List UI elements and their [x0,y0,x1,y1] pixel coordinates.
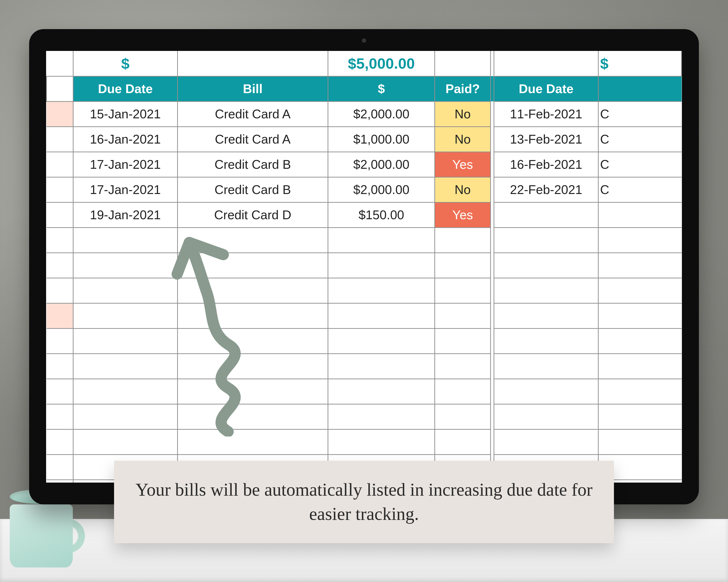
cell-empty[interactable] [328,227,435,253]
cell-paid[interactable]: No [435,101,491,127]
cell-amount[interactable]: $1,000.00 [328,127,435,152]
cell-empty[interactable] [435,278,491,303]
cell-empty[interactable] [328,278,435,303]
table-row[interactable] [47,303,682,328]
col-paid[interactable]: Paid? [435,76,491,101]
cell-empty[interactable] [178,278,328,303]
cell-due[interactable]: 17-Jan-2021 [73,152,178,177]
cell-empty[interactable] [178,404,328,429]
col-bill[interactable]: Bill [178,76,328,101]
table-row[interactable] [47,328,682,354]
cell-empty[interactable] [598,379,682,404]
cell-empty[interactable] [494,354,598,379]
cell-empty[interactable] [435,354,491,379]
bills-table[interactable]: $ $5,000.00 $ Due Date Bill $ Paid? Due … [46,51,682,482]
cell-paid[interactable]: Yes [435,202,491,227]
cell-empty[interactable] [598,227,682,253]
cell-bill-2[interactable]: C [598,177,682,202]
cell-bill[interactable]: Credit Card A [178,127,328,152]
table-row[interactable] [47,404,682,429]
cell-empty[interactable] [328,379,435,404]
cell-empty[interactable] [494,379,598,404]
cell-empty[interactable] [598,354,682,379]
cell-due[interactable]: 19-Jan-2021 [73,202,178,227]
cell-due-2[interactable]: 13-Feb-2021 [494,127,598,152]
col-due[interactable]: Due Date [73,76,178,101]
cell-due[interactable]: 16-Jan-2021 [73,127,178,152]
cell-empty[interactable] [178,354,328,379]
cell-empty[interactable] [494,303,598,328]
cell-empty[interactable] [178,253,328,278]
cell-empty[interactable] [73,278,178,303]
col-amount[interactable]: $ [328,76,435,101]
cell-empty[interactable] [178,227,328,253]
cell-empty[interactable] [598,328,682,354]
cell-due[interactable]: 15-Jan-2021 [73,101,178,127]
cell-bill[interactable]: Credit Card B [178,177,328,202]
table-row[interactable] [47,227,682,253]
cell-empty[interactable] [494,404,598,429]
table-row[interactable]: 19-Jan-2021Credit Card D$150.00Yes [47,202,682,227]
cell-paid[interactable]: No [435,177,491,202]
cell-amount[interactable]: $150.00 [328,202,435,227]
cell-due-2[interactable] [494,202,598,227]
cell-empty[interactable] [328,303,435,328]
table-row[interactable]: 15-Jan-2021Credit Card A$2,000.00No11-Fe… [47,101,682,127]
cell-amount[interactable]: $2,000.00 [328,177,435,202]
cell-empty[interactable] [328,253,435,278]
table-row[interactable] [47,278,682,303]
table-row[interactable]: 17-Jan-2021Credit Card B$2,000.00Yes16-F… [47,152,682,177]
cell-empty[interactable] [178,328,328,354]
col-due-2[interactable]: Due Date [494,76,598,101]
table-row[interactable] [47,429,682,454]
cell-empty[interactable] [73,328,178,354]
spreadsheet[interactable]: $ $5,000.00 $ Due Date Bill $ Paid? Due … [46,51,682,482]
cell-due[interactable]: 17-Jan-2021 [73,177,178,202]
cell-empty[interactable] [328,328,435,354]
cell-empty[interactable] [435,379,491,404]
cell-empty[interactable] [178,379,328,404]
cell-amount[interactable]: $2,000.00 [328,101,435,127]
cell-empty[interactable] [435,328,491,354]
table-row[interactable] [47,379,682,404]
cell-empty[interactable] [73,429,178,454]
cell-bill-2[interactable]: C [598,152,682,177]
cell-bill[interactable]: Credit Card D [178,202,328,227]
cell-empty[interactable] [435,429,491,454]
cell-empty[interactable] [435,227,491,253]
cell-paid[interactable]: Yes [435,152,491,177]
table-row[interactable] [47,253,682,278]
cell-empty[interactable] [73,227,178,253]
cell-empty[interactable] [73,379,178,404]
cell-empty[interactable] [328,354,435,379]
cell-empty[interactable] [494,227,598,253]
table-row[interactable]: 17-Jan-2021Credit Card B$2,000.00No22-Fe… [47,177,682,202]
cell-empty[interactable] [598,429,682,454]
cell-empty[interactable] [435,303,491,328]
cell-due-2[interactable]: 11-Feb-2021 [494,101,598,127]
cell-empty[interactable] [598,404,682,429]
cell-bill-2[interactable] [598,202,682,227]
cell-bill-2[interactable]: C [598,101,682,127]
cell-empty[interactable] [494,253,598,278]
cell-empty[interactable] [328,404,435,429]
cell-amount[interactable]: $2,000.00 [328,152,435,177]
table-row[interactable] [47,354,682,379]
cell-bill-2[interactable]: C [598,127,682,152]
cell-empty[interactable] [73,303,178,328]
cell-bill[interactable]: Credit Card A [178,101,328,127]
cell-paid[interactable]: No [435,127,491,152]
cell-empty[interactable] [73,404,178,429]
cell-empty[interactable] [73,354,178,379]
cell-due-2[interactable]: 22-Feb-2021 [494,177,598,202]
cell-empty[interactable] [435,404,491,429]
cell-empty[interactable] [73,253,178,278]
cell-empty[interactable] [328,429,435,454]
table-row[interactable]: 16-Jan-2021Credit Card A$1,000.00No13-Fe… [47,127,682,152]
cell-empty[interactable] [178,303,328,328]
cell-empty[interactable] [598,303,682,328]
cell-empty[interactable] [494,429,598,454]
cell-empty[interactable] [598,253,682,278]
cell-empty[interactable] [178,429,328,454]
cell-empty[interactable] [598,278,682,303]
